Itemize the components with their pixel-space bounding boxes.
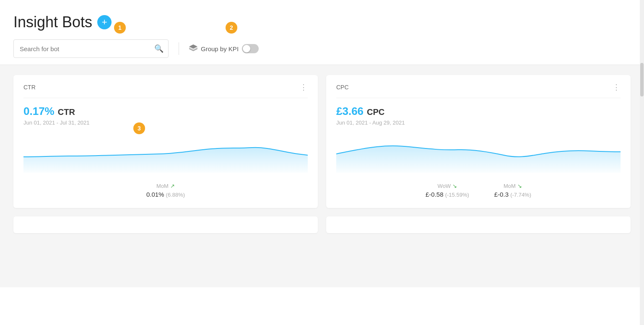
cpc-kpi-label: CPC xyxy=(336,84,349,91)
cpc-stats-row: WoW ↘ £-0.58 (-15.59%) MoM ↘ xyxy=(336,179,621,198)
cpc-mom-value: £-0.3 (-7.74%) xyxy=(494,191,531,198)
cpc-card-divider xyxy=(336,98,621,98)
cpc-chart xyxy=(336,131,621,173)
cpc-wow-label: WoW ↘ xyxy=(438,183,457,189)
ctr-value-label: CTR xyxy=(58,107,75,117)
search-container: 🔍 xyxy=(13,39,169,58)
cpc-value: £3.66 xyxy=(336,105,364,118)
ctr-mom-value: 0.01% (6.88%) xyxy=(146,191,185,198)
group-by-label: Group by KPI xyxy=(201,45,239,52)
cpc-value-row: £3.66 CPC xyxy=(336,105,621,118)
mom-up-arrow: ↗ xyxy=(170,183,175,189)
cpc-card: CPC ⋮ £3.66 CPC Jun 01, 2021 - Aug 29, 2… xyxy=(326,75,631,208)
ctr-chart xyxy=(23,131,308,173)
cpc-stat-wow: WoW ↘ £-0.58 (-15.59%) xyxy=(426,183,469,198)
ctr-card-divider xyxy=(23,98,308,98)
partial-card-right xyxy=(326,216,631,233)
cpc-card-header: CPC ⋮ xyxy=(336,83,621,91)
ctr-date-range: Jun 01, 2021 - Jul 31, 2021 xyxy=(23,120,308,126)
content-area: CTR ⋮ 0.17% CTR Jun 01, 2021 - Jul 31, 2… xyxy=(0,65,644,287)
ctr-card-header: CTR ⋮ xyxy=(23,83,308,91)
page-container: Insight Bots + 1 2 3 🔍 Group by KPI xyxy=(0,0,644,325)
search-input[interactable] xyxy=(13,39,169,58)
scrollbar-thumb xyxy=(640,63,644,96)
cpc-mom-label: MoM ↘ xyxy=(504,183,522,189)
cards-grid: CTR ⋮ 0.17% CTR Jun 01, 2021 - Jul 31, 2… xyxy=(13,75,631,208)
ctr-value-row: 0.17% CTR xyxy=(23,105,308,118)
cpc-menu-button[interactable]: ⋮ xyxy=(613,83,621,91)
layers-icon xyxy=(189,44,197,53)
cpc-value-label: CPC xyxy=(367,107,384,117)
group-by-kpi-container: Group by KPI xyxy=(189,44,259,53)
ctr-card: CTR ⋮ 0.17% CTR Jun 01, 2021 - Jul 31, 2… xyxy=(13,75,318,208)
cpc-date-range: Jun 01, 2021 - Aug 29, 2021 xyxy=(336,120,621,126)
ctr-value: 0.17% xyxy=(23,105,55,118)
toolbar: 🔍 Group by KPI xyxy=(0,31,644,65)
cpc-stat-mom: MoM ↘ £-0.3 (-7.74%) xyxy=(494,183,531,198)
ctr-menu-button[interactable]: ⋮ xyxy=(300,83,308,91)
ctr-stat-mom: MoM ↗ 0.01% (6.88%) xyxy=(146,183,185,198)
partial-cards-row xyxy=(13,216,631,233)
search-icon: 🔍 xyxy=(154,44,164,53)
wow-down-arrow: ↘ xyxy=(452,183,457,189)
ctr-mom-label: MoM ↗ xyxy=(156,183,175,189)
toggle-thumb xyxy=(243,45,250,52)
page-title: Insight Bots xyxy=(13,13,92,31)
ctr-kpi-label: CTR xyxy=(23,84,36,91)
cpc-wow-value: £-0.58 (-15.59%) xyxy=(426,191,469,198)
group-by-toggle[interactable] xyxy=(242,44,259,53)
toolbar-divider xyxy=(179,42,179,55)
scrollbar[interactable] xyxy=(640,0,644,325)
add-bot-button[interactable]: + xyxy=(97,15,112,29)
partial-card-left xyxy=(13,216,318,233)
header: Insight Bots + xyxy=(0,0,644,31)
ctr-stats-row: MoM ↗ 0.01% (6.88%) xyxy=(23,179,308,198)
mom-down-arrow: ↘ xyxy=(517,183,522,189)
